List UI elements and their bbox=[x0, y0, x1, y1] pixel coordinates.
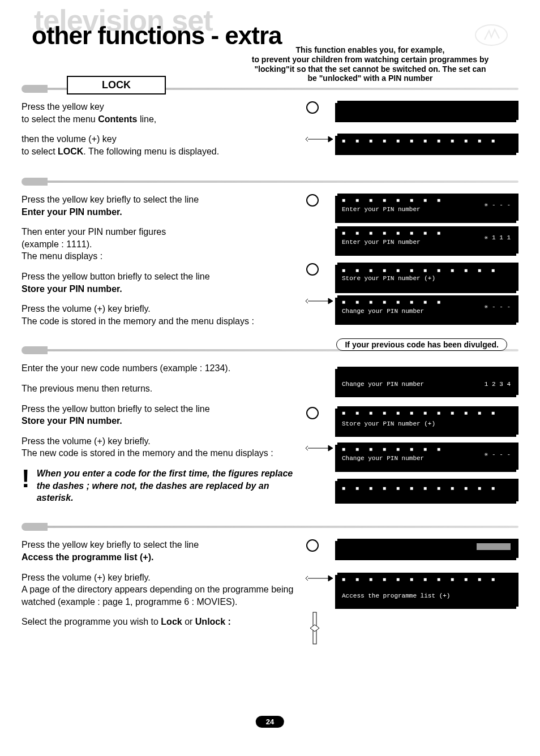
volume-plus-key-icon bbox=[306, 295, 335, 307]
osd-screen: ■ ■ ■ ■ ■ ■ ■ ■ ■ ■ ■ ■ bbox=[337, 479, 518, 501]
svg-point-2 bbox=[307, 195, 318, 206]
tip-note: ! When you enter a code for the first ti… bbox=[22, 467, 299, 504]
svg-point-4 bbox=[307, 407, 318, 419]
yellow-key-icon bbox=[306, 194, 335, 207]
instruction-text: Press the yellow key to select the menu … bbox=[22, 101, 299, 125]
section-programme-list: Press the yellow key briefly to select t… bbox=[22, 523, 518, 644]
instruction-text: Then enter your PIN number figures (exam… bbox=[22, 226, 299, 263]
osd-screen: ■ ■ ■ ■ ■ ■ ■ ■ Enter your PIN number ✳ … bbox=[337, 226, 518, 254]
instruction-text: Press the volume (+) key briefly. The co… bbox=[22, 303, 299, 327]
osd-screen: ■ ■ ■ ■ ■ ■ ■ ■ ■ ■ ■ ■ Access the progr… bbox=[337, 573, 518, 607]
yellow-key-icon bbox=[306, 406, 335, 420]
yellow-key-icon bbox=[306, 101, 335, 114]
osd-screen: ■ ■ ■ ■ ■ ■ ■ ■ Change your PIN number ✳… bbox=[337, 295, 518, 323]
osd-screen: ■ ■ ■ ■ ■ ■ ■ ■ ■ ■ ■ ■ Store your PIN n… bbox=[337, 406, 518, 435]
page-number: 24 bbox=[256, 716, 284, 728]
osd-screen: ■ ■ ■ ■ ■ ■ ■ ■ Enter your PIN number ✳ … bbox=[337, 194, 518, 221]
intro-text: This function enables you, for example, … bbox=[229, 45, 512, 83]
instruction-text: Press the yellow button briefly to selec… bbox=[22, 403, 299, 427]
section-lock-intro: LOCK Press the yellow key to select the … bbox=[22, 85, 518, 166]
page-title: other functions - extra bbox=[32, 22, 518, 50]
section-divider bbox=[22, 523, 518, 531]
instruction-text: Enter the your new code numbers (example… bbox=[22, 362, 299, 375]
instruction-text: The previous menu then returns. bbox=[22, 383, 299, 395]
instruction-text: then the volume (+) key to select LOCK. … bbox=[22, 133, 299, 157]
volume-plus-key-icon bbox=[306, 573, 335, 584]
yellow-key-icon bbox=[306, 263, 335, 276]
section-note: If your previous code has been divulged. bbox=[336, 338, 507, 351]
volume-plus-key-icon bbox=[306, 134, 335, 145]
instruction-text: Press the yellow button briefly to selec… bbox=[22, 270, 299, 295]
svg-point-1 bbox=[307, 102, 318, 113]
osd-screen bbox=[337, 101, 518, 120]
manual-page: television set other functions - extra T… bbox=[0, 0, 540, 756]
instruction-text: Press the volume (+) key briefly.A page … bbox=[22, 572, 299, 608]
vertical-slider-icon bbox=[309, 611, 338, 645]
osd-screen bbox=[337, 539, 518, 558]
osd-screen: Change your PIN number 1 2 3 4 bbox=[337, 367, 518, 395]
osd-screen: ■ ■ ■ ■ ■ ■ ■ ■ ■ ■ ■ ■ bbox=[337, 134, 518, 153]
yellow-key-icon bbox=[306, 539, 335, 552]
volume-plus-key-icon bbox=[306, 443, 335, 454]
instruction-text: Press the yellow key briefly to select t… bbox=[22, 539, 299, 563]
osd-screen: ■ ■ ■ ■ ■ ■ ■ ■ Change your PIN number ✳… bbox=[337, 443, 518, 470]
section-divider bbox=[22, 178, 518, 186]
exclamation-icon: ! bbox=[22, 467, 30, 490]
instruction-text: Press the yellow key briefly to select t… bbox=[22, 194, 299, 218]
instruction-text: Select the programme you wish to Lock or… bbox=[22, 616, 299, 628]
svg-point-5 bbox=[307, 540, 318, 551]
section-divider: LOCK bbox=[22, 85, 518, 93]
lock-heading: LOCK bbox=[67, 76, 166, 94]
osd-screen: ■ ■ ■ ■ ■ ■ ■ ■ ■ ■ ■ ■ Store your PIN n… bbox=[337, 263, 518, 291]
section-divider: If your previous code has been divulged. bbox=[22, 346, 518, 354]
svg-point-3 bbox=[307, 264, 318, 275]
instruction-text: Press the volume (+) key briefly.The new… bbox=[22, 435, 299, 459]
osd-dots: ■ ■ ■ ■ ■ ■ ■ ■ ■ ■ ■ ■ bbox=[342, 138, 498, 145]
section-enter-pin: Press the yellow key briefly to select t… bbox=[22, 178, 518, 335]
section-change-pin: If your previous code has been divulged.… bbox=[22, 346, 518, 512]
